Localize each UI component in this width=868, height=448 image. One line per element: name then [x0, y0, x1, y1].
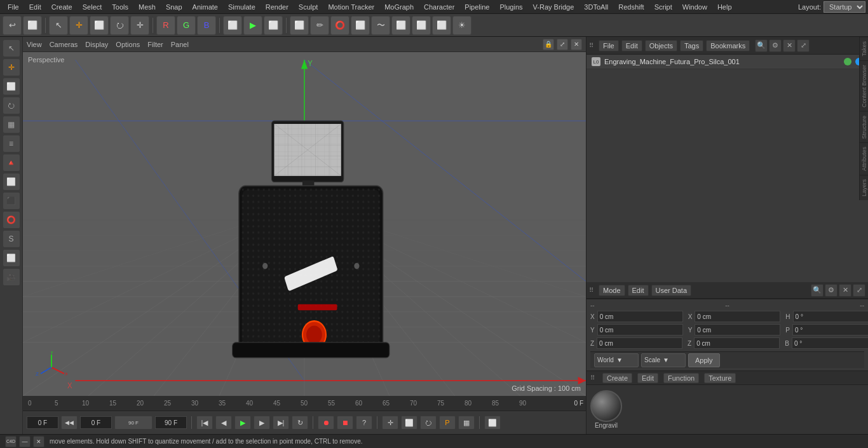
frame-start-field[interactable] — [27, 416, 58, 429]
frame-button[interactable]: ⬜ — [223, 16, 242, 35]
sidebar-point-btn[interactable]: 🔺 — [3, 154, 20, 172]
menu-vray[interactable]: V-Ray Bridge — [528, 2, 580, 12]
apply-button[interactable]: Apply — [688, 353, 720, 367]
spline-button[interactable]: 〜 — [371, 16, 390, 35]
tc-last[interactable]: ⬜ — [484, 416, 501, 430]
vp-menu-display[interactable]: Display — [85, 41, 108, 48]
menu-window[interactable]: Window — [677, 2, 712, 12]
tab-attributes[interactable]: Attributes — [860, 142, 868, 175]
camera-button[interactable]: ⬜ — [432, 16, 451, 35]
menu-character[interactable]: Character — [419, 2, 459, 12]
om-gear-icon[interactable]: ⚙ — [769, 39, 782, 52]
attr-close-icon[interactable]: ✕ — [839, 284, 851, 297]
menu-animate[interactable]: Animate — [187, 2, 223, 12]
mat-function-btn[interactable]: Function — [663, 373, 699, 383]
om-close-icon[interactable]: ✕ — [783, 39, 796, 52]
tc-to-start[interactable]: |◀ — [196, 416, 213, 430]
timeline-ruler[interactable]: 0 5 10 15 20 25 30 35 40 45 50 55 60 65 … — [23, 396, 586, 411]
vp-menu-view[interactable]: View — [27, 41, 42, 48]
tc-box[interactable]: ⬜ — [401, 416, 417, 430]
tc-prev-frame[interactable]: ◀ — [215, 416, 232, 430]
tc-loop[interactable]: ↻ — [292, 416, 308, 430]
menu-edit[interactable]: Edit — [24, 2, 46, 12]
attr-expand-icon[interactable]: ⤢ — [853, 284, 865, 297]
frame-end-field[interactable] — [155, 416, 187, 429]
tc-move[interactable]: ✛ — [382, 416, 398, 430]
select-button[interactable]: ↖ — [49, 16, 68, 35]
sidebar-select-btn[interactable]: ↖ — [3, 39, 20, 57]
sidebar-circle-btn[interactable]: ⭕ — [3, 211, 20, 229]
undo-button[interactable]: ↩ — [3, 16, 22, 35]
coord-p-rot[interactable] — [792, 324, 868, 336]
menu-render[interactable]: Render — [261, 2, 294, 12]
menu-script[interactable]: Script — [649, 2, 677, 12]
tab-layers[interactable]: Layers — [860, 175, 868, 200]
sidebar-obj-btn[interactable]: ⬜ — [3, 173, 20, 191]
coord-y-pos[interactable] — [597, 324, 683, 336]
layout-select[interactable]: Startup — [824, 1, 865, 13]
menu-select[interactable]: Select — [78, 2, 107, 12]
om-search-icon[interactable]: 🔍 — [755, 39, 768, 52]
coord-y2-pos[interactable] — [695, 324, 780, 336]
tab-structure[interactable]: Structure — [860, 111, 868, 143]
attr-userdata-btn[interactable]: User Data — [651, 285, 692, 296]
loop-button[interactable]: ⭕ — [330, 16, 349, 35]
menu-create[interactable]: Create — [46, 2, 78, 12]
transform-button[interactable]: ✛ — [130, 16, 149, 35]
vp-menu-filter[interactable]: Filter — [147, 41, 163, 48]
coord-b-rot[interactable] — [792, 337, 868, 349]
tc-grid[interactable]: ▦ — [458, 416, 475, 430]
attr-mode-btn[interactable]: Mode — [599, 285, 625, 296]
deform-button[interactable]: ⬜ — [391, 16, 410, 35]
axis-z-button[interactable]: B — [197, 16, 216, 35]
menu-sculpt[interactable]: Sculpt — [294, 2, 323, 12]
menu-snap[interactable]: Snap — [161, 2, 187, 12]
cube-button[interactable]: ⬜ — [290, 16, 309, 35]
coord-z2-pos[interactable] — [694, 337, 780, 349]
tc-stop[interactable]: ⏹ — [337, 416, 353, 430]
status-cinema4d-icon[interactable]: C4D — [5, 436, 17, 447]
menu-redshift[interactable]: Redshift — [613, 2, 649, 12]
menu-pipeline[interactable]: Pipeline — [459, 2, 494, 12]
om-edit-btn[interactable]: Edit — [621, 40, 642, 51]
sidebar-brush-btn[interactable]: ⬛ — [3, 192, 20, 210]
vp-ctrl-lock[interactable]: 🔒 — [543, 39, 554, 50]
coord-h-rot[interactable] — [793, 311, 868, 322]
sidebar-move-btn[interactable]: ✛ — [3, 58, 20, 76]
menu-mograph[interactable]: MoGraph — [379, 2, 419, 12]
world-dropdown[interactable]: World ▼ — [594, 353, 639, 367]
sidebar-floor-btn[interactable]: ⬜ — [3, 249, 20, 267]
tc-rotate[interactable]: ⭮ — [420, 416, 437, 430]
scale-button[interactable]: ⬜ — [90, 16, 109, 35]
new-button[interactable]: ⬜ — [23, 16, 42, 35]
sidebar-camera-btn[interactable]: 🎥 — [3, 268, 20, 286]
scale-dropdown[interactable]: Scale ▼ — [641, 353, 686, 367]
mat-texture-btn[interactable]: Texture — [704, 373, 736, 383]
status-minimize-icon[interactable]: — — [19, 436, 31, 447]
tc-P[interactable]: P — [439, 416, 456, 430]
vp-menu-cameras[interactable]: Cameras — [50, 41, 78, 48]
play-button[interactable]: ▶ — [243, 16, 262, 35]
material-item[interactable]: Engravil — [590, 390, 622, 429]
om-bookmarks-btn[interactable]: Bookmarks — [706, 40, 750, 51]
render-button[interactable]: ⬜ — [264, 16, 283, 35]
floor-button[interactable]: ⬜ — [412, 16, 431, 35]
status-close-icon[interactable]: ✕ — [33, 436, 44, 447]
sidebar-rotate-btn[interactable]: ⭮ — [3, 97, 20, 114]
menu-file[interactable]: File — [3, 2, 24, 12]
vp-ctrl-close[interactable]: ✕ — [571, 39, 582, 50]
om-expand-icon[interactable]: ⤢ — [797, 39, 810, 52]
light-button[interactable]: ☀ — [452, 16, 471, 35]
vp-ctrl-expand[interactable]: ⤢ — [557, 39, 568, 50]
object-row[interactable]: L0 Engraving_Machine_Futura_Pro_Silca_00… — [587, 55, 868, 69]
mat-create-btn[interactable]: Create — [602, 373, 632, 383]
tc-arrow-end-field1[interactable]: 90 F — [114, 416, 153, 430]
om-view-btn[interactable]: Objects — [645, 40, 677, 51]
om-tags-btn[interactable]: Tags — [680, 40, 703, 51]
tab-content-browser[interactable]: Content Browser — [860, 60, 868, 111]
sidebar-scale-btn[interactable]: ⬜ — [3, 78, 20, 95]
menu-mesh[interactable]: Mesh — [133, 2, 161, 12]
menu-3dtoall[interactable]: 3DToAll — [579, 2, 613, 12]
tc-arrow-left[interactable]: ◀◀ — [61, 416, 78, 430]
vp-menu-options[interactable]: Options — [116, 41, 140, 48]
